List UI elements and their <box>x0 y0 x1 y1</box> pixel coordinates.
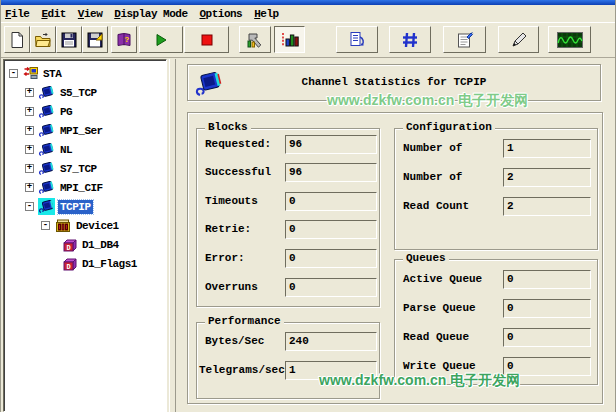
menu-display-mode[interactable]: Display Mode <box>114 8 187 20</box>
expand-toggle[interactable]: + <box>25 145 34 154</box>
menu-view[interactable]: View <box>78 8 102 20</box>
tree-item-tcpip[interactable]: - TCPIP <box>4 197 167 216</box>
splitter-handle[interactable] <box>169 59 176 412</box>
menu-help[interactable]: Help <box>254 8 278 20</box>
collapse-toggle[interactable]: - <box>9 69 18 78</box>
tree-item-sta[interactable]: - STA <box>4 64 167 83</box>
tag-icon: D <box>61 237 77 253</box>
svg-text:?: ? <box>125 35 130 44</box>
start-monitor-button[interactable] <box>139 26 183 53</box>
tree-item-mpi-cif[interactable]: + MPI_CIF <box>4 178 167 197</box>
tools-icon <box>245 31 265 49</box>
stat-label: Read Count <box>403 197 469 216</box>
hash-icon <box>401 31 419 49</box>
stat-field-successful: 96 <box>285 163 377 182</box>
stat-field-number-of-2: 2 <box>503 168 591 187</box>
scaling-button[interactable] <box>336 26 378 53</box>
stat-label: Number of <box>403 139 462 158</box>
write-button[interactable] <box>498 26 539 53</box>
stat-field-requested: 96 <box>285 135 377 154</box>
svg-text:D: D <box>66 243 70 251</box>
new-document-icon <box>8 31 26 49</box>
pen-icon <box>510 31 528 49</box>
group-blocks: Blocks Requested: 96 Successful 96 Timeo… <box>196 128 380 307</box>
stat-field-read-count: 2 <box>503 197 591 216</box>
oscilloscope-icon <box>557 32 583 48</box>
new-button[interactable] <box>4 26 30 53</box>
group-title: Queues <box>403 252 449 264</box>
stat-field-number-of-1: 1 <box>503 139 591 158</box>
help-book-icon: ? <box>115 31 133 49</box>
stat-label: Retrie: <box>205 220 251 239</box>
stat-field-active-queue: 0 <box>503 270 591 289</box>
address-button[interactable] <box>389 26 431 53</box>
stat-field-parse-queue: 0 <box>503 299 591 318</box>
save-as-button[interactable] <box>82 26 108 53</box>
monitor-scope-button[interactable] <box>548 26 591 53</box>
group-configuration: Configuration Number of 1 Number of 2 Re… <box>394 128 598 250</box>
tree-item-d1-flags1[interactable]: D D1_Flags1 <box>4 254 167 273</box>
open-button[interactable] <box>30 26 56 53</box>
stat-field-timeouts: 0 <box>285 192 377 211</box>
stat-field-overruns: 0 <box>285 278 377 297</box>
tools-button[interactable] <box>239 26 271 53</box>
menu-file[interactable]: File <box>5 8 29 20</box>
save-as-icon <box>86 31 104 49</box>
stat-field-retries: 0 <box>285 220 377 239</box>
scaling-document-icon <box>348 31 366 49</box>
channel-icon <box>38 84 55 101</box>
open-folder-icon <box>34 31 52 49</box>
stat-label: Successful <box>205 163 271 182</box>
expand-toggle[interactable]: + <box>25 126 34 135</box>
statistics-panel: Blocks Requested: 96 Successful 96 Timeo… <box>187 112 603 404</box>
help-button[interactable]: ? <box>111 26 137 53</box>
stat-label: Read Queue <box>403 328 469 347</box>
properties-icon <box>456 31 474 49</box>
group-queues: Queues Active Queue 0 Parse Queue 0 Read… <box>394 259 598 385</box>
stat-field-read-queue: 0 <box>503 328 591 347</box>
channel-icon <box>38 122 55 139</box>
group-title: Performance <box>205 315 284 327</box>
group-title: Blocks <box>205 121 251 133</box>
statistics-button[interactable] <box>274 26 305 53</box>
group-title: Configuration <box>403 121 495 133</box>
stat-field-bytes-sec: 240 <box>285 332 377 351</box>
stat-label: Requested: <box>205 135 271 154</box>
toolbar: ? <box>1 22 616 58</box>
channel-icon <box>38 179 55 196</box>
tree-item-pg[interactable]: + PG <box>4 102 167 121</box>
properties-button[interactable] <box>443 26 486 53</box>
tree-item-s7-tcp[interactable]: + S7_TCP <box>4 159 167 178</box>
tree-item-device1[interactable]: - Device1 <box>4 216 167 235</box>
tree-item-d1-db4[interactable]: D D1_DB4 <box>4 235 167 254</box>
tag-icon: D <box>61 256 77 272</box>
stop-monitor-button[interactable] <box>184 26 229 53</box>
channel-icon <box>38 141 55 158</box>
collapse-toggle[interactable]: - <box>25 202 34 211</box>
device-icon <box>55 218 71 234</box>
expand-toggle[interactable]: + <box>25 88 34 97</box>
channel-icon <box>38 103 55 120</box>
stop-monitor-icon <box>199 32 215 48</box>
save-button[interactable] <box>56 26 82 53</box>
stat-label: Error: <box>205 249 245 268</box>
channel-icon <box>38 160 55 177</box>
stat-label: Parse Queue <box>403 299 476 318</box>
stat-label: Overruns <box>205 278 258 297</box>
expand-toggle[interactable]: + <box>25 107 34 116</box>
save-icon <box>60 31 78 49</box>
menu-edit[interactable]: Edit <box>41 8 65 20</box>
watermark-top: www.dzkfw.com.cn 电子开发网 <box>327 92 528 110</box>
collapse-toggle[interactable]: - <box>41 221 50 230</box>
tree-item-nl[interactable]: + NL <box>4 140 167 159</box>
bar-chart-icon <box>280 31 300 48</box>
svg-text:D: D <box>66 262 70 270</box>
channel-icon <box>38 198 55 215</box>
panel-title: Channel Statistics for TCPIP <box>188 76 600 88</box>
tree-item-s5-tcp[interactable]: + S5_TCP <box>4 83 167 102</box>
tree-item-mpi-ser[interactable]: + MPI_Ser <box>4 121 167 140</box>
expand-toggle[interactable]: + <box>25 164 34 173</box>
menu-options[interactable]: Options <box>200 8 243 20</box>
expand-toggle[interactable]: + <box>25 183 34 192</box>
stat-label: Timeouts <box>205 192 258 211</box>
